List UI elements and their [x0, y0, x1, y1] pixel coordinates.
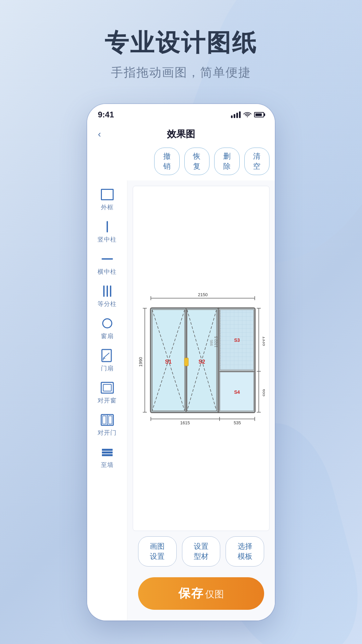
sidebar-item-wall[interactable]: 至墙 [87, 441, 127, 472]
sidebar-label-casement-door: 对开门 [98, 429, 117, 437]
svg-text:2150: 2150 [198, 292, 208, 297]
vert-pillar-icon [107, 221, 108, 232]
sidebar-label-horiz-pillar: 横中柱 [98, 268, 117, 276]
svg-rect-8 [102, 451, 113, 453]
delete-button[interactable]: 删除 [214, 148, 240, 175]
svg-text:1322.5: 1322.5 [214, 336, 218, 347]
svg-rect-5 [103, 416, 106, 424]
select-template-button[interactable]: 选择模板 [226, 536, 264, 567]
bottom-toolbar: 画图设置 设置型材 选择模板 [133, 536, 269, 567]
svg-text:S1: S1 [165, 359, 172, 365]
sidebar-label-door-sash: 门扇 [101, 364, 114, 372]
svg-rect-7 [102, 449, 113, 451]
sidebar: 外框 竖中柱 横中柱 [87, 180, 127, 621]
drawing-canvas: 2150 1990 1335 655 [127, 180, 275, 621]
svg-text:S2: S2 [198, 359, 205, 365]
svg-text:1615: 1615 [180, 420, 190, 425]
horiz-pillar-icon [102, 258, 113, 260]
sidebar-label-wall: 至墙 [101, 461, 114, 469]
toolbar: 撤销 恢复 删除 清空 [87, 148, 275, 180]
status-icons [231, 111, 264, 119]
sidebar-label-window-sash: 窗扇 [101, 332, 114, 340]
sidebar-item-door-sash[interactable]: 门扇 [87, 345, 127, 376]
svg-text:1335: 1335 [262, 336, 265, 346]
signal-icon [231, 111, 241, 118]
sidebar-item-casement-window[interactable]: 对开窗 [87, 377, 127, 408]
svg-text:655: 655 [262, 389, 265, 396]
status-bar: 9:41 [87, 104, 275, 123]
status-time: 9:41 [98, 110, 114, 119]
casement-window-icon [101, 382, 114, 394]
save-button-sub-text: 仅图 [205, 589, 224, 599]
sidebar-label-vert-pillar: 竖中柱 [98, 235, 117, 244]
sidebar-item-casement-door[interactable]: 对开门 [87, 409, 127, 440]
casement-door-icon [101, 414, 114, 426]
sidebar-label-equal-pillars: 等分柱 [98, 300, 117, 308]
sidebar-item-equal-pillars[interactable]: 等分柱 [87, 280, 127, 311]
phone-frame: 9:41 ‹ 效果图 撤销 恢复 删除 清 [87, 104, 275, 621]
svg-text:995: 995 [209, 339, 214, 345]
main-title: 专业设计图纸 [0, 27, 362, 59]
page-title: 效果图 [167, 128, 195, 141]
wifi-icon [243, 111, 251, 119]
sidebar-item-outer-frame[interactable]: 外框 [87, 184, 127, 215]
material-settings-button[interactable]: 设置型材 [182, 536, 221, 567]
back-button[interactable]: ‹ [95, 126, 104, 142]
window-sash-icon [102, 318, 112, 328]
svg-text:1990: 1990 [138, 357, 143, 367]
svg-text:535: 535 [234, 420, 241, 425]
svg-rect-43 [184, 358, 188, 366]
sub-title: 手指拖动画图，简单便捷 [0, 64, 362, 81]
sidebar-item-vert-pillar[interactable]: 竖中柱 [87, 216, 127, 247]
equal-pillars-icon [103, 285, 111, 297]
content-area: 外框 竖中柱 横中柱 [87, 180, 275, 621]
svg-text:S4: S4 [234, 389, 240, 395]
battery-icon [254, 112, 264, 117]
sidebar-label-outer-frame: 外框 [101, 203, 114, 211]
title-section: 专业设计图纸 手指拖动画图，简单便捷 [0, 27, 362, 81]
drawing-settings-button[interactable]: 画图设置 [138, 536, 177, 567]
sidebar-label-casement-window: 对开窗 [98, 396, 117, 405]
window-drawing[interactable]: 2150 1990 1335 655 [133, 186, 269, 531]
svg-rect-9 [102, 454, 113, 456]
sidebar-item-horiz-pillar[interactable]: 横中柱 [87, 248, 127, 279]
save-button-bold-text: 保存 [178, 586, 204, 600]
svg-rect-2 [103, 384, 111, 391]
outer-frame-icon [101, 189, 114, 200]
nav-bar: ‹ 效果图 [87, 123, 275, 148]
save-button[interactable]: 保存仅图 [138, 577, 264, 610]
svg-text:S3: S3 [234, 337, 240, 343]
svg-rect-6 [109, 416, 112, 424]
wall-icon [101, 446, 114, 458]
undo-button[interactable]: 撤销 [154, 148, 180, 175]
sidebar-item-window-sash[interactable]: 窗扇 [87, 313, 127, 343]
redo-button[interactable]: 恢复 [184, 148, 210, 175]
door-sash-icon [101, 349, 113, 362]
clear-button[interactable]: 清空 [244, 148, 270, 175]
window-diagram: 2150 1990 1335 655 [137, 288, 265, 429]
